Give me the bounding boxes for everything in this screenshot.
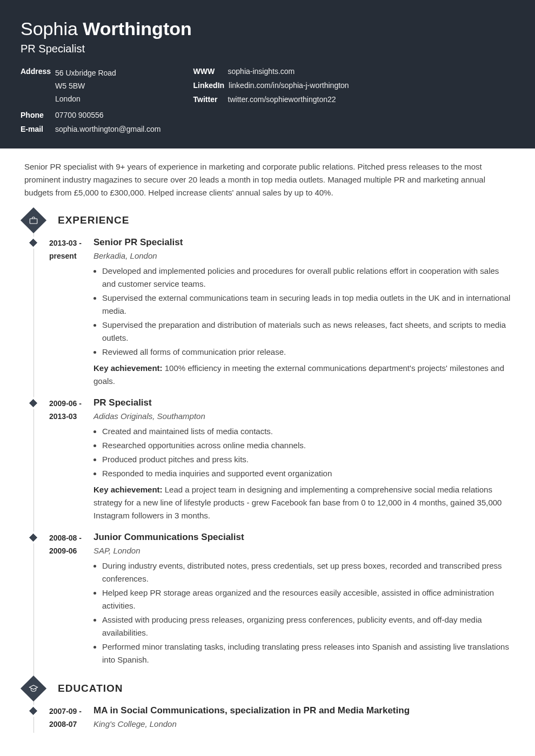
twitter-label: Twitter [193,95,224,104]
bullet: Helped keep PR storage areas organized a… [102,586,514,612]
www-row: WWW sophia-insights.com [193,67,349,76]
job-title-heading: PR Specialist [21,43,514,55]
summary-text: Senior PR specialist with 9+ years of ex… [0,160,535,199]
last-name: Worthington [83,18,191,39]
contact-left-col: Address 56 Uxbridge Road W5 5BW London P… [21,67,161,133]
resume-page: Sophia Worthington PR Specialist Address… [0,0,535,733]
diamond-icon [29,239,38,247]
bullet: Reviewed all forms of communication prio… [102,346,514,359]
address-value: 56 Uxbridge Road W5 5BW London [55,67,116,105]
email-value: sophia.worthington@gmail.com [55,125,161,133]
entry-content: Junior Communications SpecialistSAP, Lon… [93,532,535,670]
phone-row: Phone 07700 900556 [21,111,161,119]
diamond-icon [29,534,38,542]
entry-subtitle: Adidas Originals, Southampton [93,411,514,421]
contact-right-col: WWW sophia-insights.com LinkedIn linkedi… [193,67,349,133]
entry-subtitle: King's College, London [93,719,514,728]
address-line-1: 56 Uxbridge Road [55,67,116,80]
bullet: Responded to media inquiries and support… [102,467,514,480]
entry-subtitle: Berkadia, London [93,251,514,260]
address-label: Address [21,67,51,76]
bullet: Researched opportunities across online m… [102,439,514,452]
key-achievement-label: Key achievement: [93,363,163,373]
phone-label: Phone [21,111,51,119]
section-title-experience: EXPERIENCE [58,214,129,226]
entry: 2008-08 - 2009-06Junior Communications S… [22,532,535,670]
www-label: WWW [193,67,224,76]
linkedin-label: LinkedIn [193,81,225,90]
timeline: EXPERIENCE 2013-03 - presentSenior PR Sp… [22,211,535,733]
education-entries: 2007-09 - 2008-07MA in Social Communicat… [22,705,535,733]
entry-title: Senior PR Specialist [93,237,514,248]
entry-content: MA in Social Communications, specializat… [93,705,535,733]
key-achievement: Key achievement: 100% efficiency in meet… [93,362,514,388]
bullet: Assisted with producing press releases, … [102,613,514,639]
address-line-2: W5 5BW [55,80,116,93]
entry: 2007-09 - 2008-07MA in Social Communicat… [22,705,535,733]
bullet: Created and maintained lists of media co… [102,425,514,438]
address-line-3: London [55,93,116,106]
entry-dates: 2013-03 - present [49,237,86,388]
entry-dates: 2009-06 - 2013-03 [49,397,86,522]
first-name: Sophia [21,18,78,39]
www-value: sophia-insights.com [228,67,295,76]
entry-title: Junior Communications Specialist [93,532,514,543]
entry-bullets: Developed and implemented policies and p… [93,265,514,359]
phone-value: 07700 900556 [55,111,104,119]
svg-rect-0 [30,219,37,224]
twitter-value: twitter.com/sophieworthington22 [228,95,336,104]
graduation-cap-icon [21,676,46,701]
bullet: Supervised the preparation and distribut… [102,319,514,345]
experience-entries: 2013-03 - presentSenior PR SpecialistBer… [22,237,535,670]
bullet: Produced product pitches and press kits. [102,453,514,466]
section-title-education: EDUCATION [58,683,123,694]
bullet: Performed minor translating tasks, inclu… [102,640,514,666]
contact-columns: Address 56 Uxbridge Road W5 5BW London P… [21,67,514,133]
section-head-education: EDUCATION [22,679,535,698]
linkedin-value: linkedin.com/in/sophia-j-worthington [229,81,349,90]
entry-content: Senior PR SpecialistBerkadia, LondonDeve… [93,237,535,388]
entry-title: PR Specialist [93,397,514,408]
entry-subtitle: SAP, London [93,546,514,555]
briefcase-icon [21,207,46,233]
key-achievement-label: Key achievement: [93,485,163,494]
entry-content: PR SpecialistAdidas Originals, Southampt… [93,397,535,522]
key-achievement: Key achievement: Lead a project team in … [93,483,514,522]
entry: 2009-06 - 2013-03PR SpecialistAdidas Ori… [22,397,535,522]
entry-dates: 2007-09 - 2008-07 [49,705,86,733]
bullet: Supervised the external communications t… [102,292,514,318]
linkedin-row: LinkedIn linkedin.com/in/sophia-j-worthi… [193,81,349,90]
full-name: Sophia Worthington [21,18,514,39]
entry-bullets: During industry events, distributed note… [93,559,514,666]
body: Senior PR specialist with 9+ years of ex… [0,148,535,733]
section-head-experience: EXPERIENCE [22,211,535,230]
address-row: Address 56 Uxbridge Road W5 5BW London [21,67,161,105]
entry-title: MA in Social Communications, specializat… [93,705,514,716]
email-label: E-mail [21,125,51,133]
entry-bullets: Created and maintained lists of media co… [93,425,514,480]
entry: 2013-03 - presentSenior PR SpecialistBer… [22,237,535,388]
entry-dates: 2008-08 - 2009-06 [49,532,86,670]
bullet: Developed and implemented policies and p… [102,265,514,291]
diamond-icon [29,707,38,716]
email-row: E-mail sophia.worthington@gmail.com [21,125,161,133]
twitter-row: Twitter twitter.com/sophieworthington22 [193,95,349,104]
header: Sophia Worthington PR Specialist Address… [0,0,535,148]
diamond-icon [29,399,38,408]
bullet: During industry events, distributed note… [102,559,514,585]
